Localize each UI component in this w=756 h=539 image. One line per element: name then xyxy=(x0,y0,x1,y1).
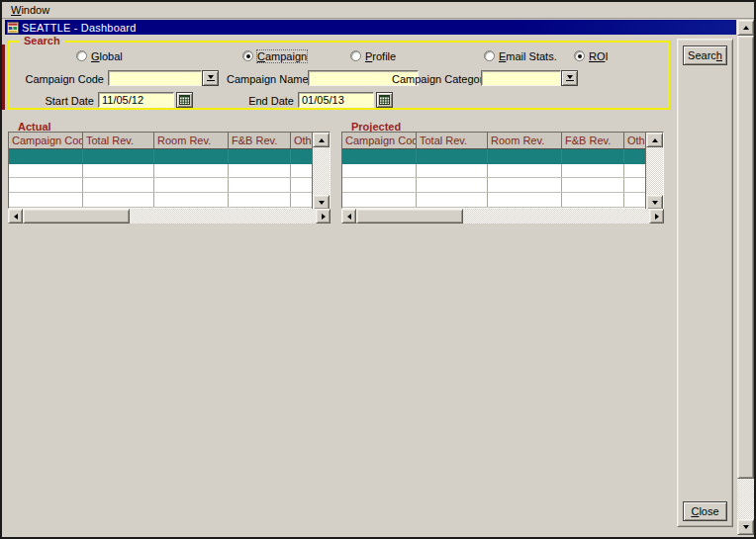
arrow-up-icon xyxy=(652,138,658,142)
scroll-up-button[interactable] xyxy=(737,20,754,36)
scroll-right-button[interactable] xyxy=(316,209,331,224)
radio-global-label: Global xyxy=(91,50,123,62)
window-vertical-scrollbar[interactable] xyxy=(737,20,754,535)
column-header: Room Rev. xyxy=(488,133,562,148)
radio-roi-label: ROI xyxy=(589,50,609,62)
column-header: Oth. xyxy=(624,133,647,148)
table-row[interactable] xyxy=(9,164,314,179)
scroll-up-button[interactable] xyxy=(313,133,330,147)
record-indicator-bar xyxy=(2,45,5,110)
scrollbar-thumb[interactable] xyxy=(356,209,463,224)
end-date-label: End Date xyxy=(208,95,294,107)
scrollbar-track[interactable] xyxy=(130,209,316,224)
projected-table: Campaign Code Total Rev. Room Rev. F&B R… xyxy=(341,132,664,224)
table-row[interactable] xyxy=(9,149,314,164)
dropdown-list-icon xyxy=(207,75,215,81)
table-row[interactable] xyxy=(9,178,314,193)
app-window: Window SEATTLE - Dashboard Search Global xyxy=(0,0,756,539)
scrollbar-track[interactable] xyxy=(313,147,330,195)
actual-vertical-scrollbar[interactable] xyxy=(312,133,330,210)
actual-horizontal-scrollbar[interactable] xyxy=(8,209,331,224)
scroll-down-button[interactable] xyxy=(646,195,663,210)
dropdown-list-icon xyxy=(566,75,574,81)
arrow-right-icon xyxy=(322,214,326,220)
column-header: Campaign Code xyxy=(342,133,417,148)
form-icon xyxy=(7,22,19,34)
scroll-left-button[interactable] xyxy=(341,209,356,224)
campaign-code-input[interactable] xyxy=(108,70,202,86)
projected-table-main: Campaign Code Total Rev. Room Rev. F&B R… xyxy=(341,132,664,209)
scrollbar-track[interactable] xyxy=(737,479,754,519)
scroll-right-button[interactable] xyxy=(649,209,664,224)
window-title: SEATTLE - Dashboard xyxy=(22,22,136,34)
column-header: Oth. xyxy=(291,133,314,148)
table-row[interactable] xyxy=(342,149,647,164)
menu-bar: Window xyxy=(2,2,754,19)
column-header: F&B Rev. xyxy=(562,133,624,148)
radio-roi[interactable]: ROI xyxy=(574,49,609,62)
radio-profile[interactable]: Profile xyxy=(350,49,396,62)
scrollbar-track[interactable] xyxy=(463,209,649,224)
scroll-down-button[interactable] xyxy=(737,519,754,535)
search-frame-label: Search xyxy=(20,35,64,46)
campaign-category-input[interactable] xyxy=(481,70,561,86)
radio-global[interactable]: Global xyxy=(76,49,123,62)
scrollbar-thumb[interactable] xyxy=(23,209,130,224)
start-date-input[interactable] xyxy=(98,92,174,108)
close-button[interactable]: Close xyxy=(683,501,727,521)
arrow-up-icon xyxy=(743,26,749,30)
search-frame: Search Global Campaign Profile Email Sta… xyxy=(8,41,670,110)
radio-email-stats-label: Email Stats. xyxy=(499,50,557,62)
column-header: Room Rev. xyxy=(154,133,229,148)
arrow-down-icon xyxy=(743,525,749,529)
end-date-calendar-button[interactable] xyxy=(376,92,393,108)
arrow-down-icon xyxy=(652,201,658,205)
projected-horizontal-scrollbar[interactable] xyxy=(341,209,664,224)
radio-circle xyxy=(574,50,585,61)
end-date-input[interactable] xyxy=(298,92,374,108)
radio-circle xyxy=(350,50,361,61)
campaign-name-label: Campaign Name xyxy=(227,73,304,85)
scroll-up-button[interactable] xyxy=(646,133,663,147)
actual-table: Campaign Code Total Rev. Room Rev. F&B R… xyxy=(8,132,331,224)
scrollbar-track[interactable] xyxy=(646,147,663,195)
column-header: F&B Rev. xyxy=(229,133,291,148)
start-date-calendar-button[interactable] xyxy=(176,92,193,108)
arrow-left-icon xyxy=(347,214,351,220)
arrow-left-icon xyxy=(14,214,18,220)
actual-table-header: Campaign Code Total Rev. Room Rev. F&B R… xyxy=(9,133,314,149)
projected-table-header: Campaign Code Total Rev. Room Rev. F&B R… xyxy=(342,133,647,149)
campaign-code-lov-button[interactable] xyxy=(202,70,219,86)
radio-circle xyxy=(484,50,495,61)
search-button[interactable]: Search xyxy=(683,45,727,65)
radio-profile-label: Profile xyxy=(365,50,396,62)
scrollbar-thumb[interactable] xyxy=(737,36,754,479)
campaign-category-lov-button[interactable] xyxy=(561,70,578,86)
side-button-panel: Search Close xyxy=(677,39,733,527)
campaign-category-label: Campaign Category xyxy=(392,73,477,85)
campaign-code-label: Campaign Code xyxy=(20,73,104,85)
radio-email-stats[interactable]: Email Stats. xyxy=(484,49,557,62)
table-row[interactable] xyxy=(342,164,647,179)
radio-campaign-label: Campaign xyxy=(257,50,307,62)
table-row[interactable] xyxy=(342,178,647,193)
column-header: Total Rev. xyxy=(417,133,488,148)
projected-vertical-scrollbar[interactable] xyxy=(645,133,663,210)
arrow-down-icon xyxy=(319,201,325,205)
menu-window[interactable]: Window xyxy=(7,3,53,17)
calendar-icon xyxy=(379,95,390,105)
scroll-down-button[interactable] xyxy=(313,195,330,210)
calendar-icon xyxy=(179,95,190,105)
dashboard-titlebar[interactable]: SEATTLE - Dashboard xyxy=(5,20,736,35)
arrow-up-icon xyxy=(319,138,325,142)
radio-circle xyxy=(76,50,87,61)
arrow-right-icon xyxy=(655,214,659,220)
mdi-client-area: SEATTLE - Dashboard Search Global Campai… xyxy=(2,20,754,537)
table-row[interactable] xyxy=(342,193,647,208)
actual-table-main: Campaign Code Total Rev. Room Rev. F&B R… xyxy=(8,132,331,209)
start-date-label: Start Date xyxy=(22,95,94,107)
radio-circle xyxy=(242,50,253,61)
scroll-left-button[interactable] xyxy=(8,209,23,224)
table-row[interactable] xyxy=(9,193,314,208)
radio-campaign[interactable]: Campaign xyxy=(242,49,307,62)
